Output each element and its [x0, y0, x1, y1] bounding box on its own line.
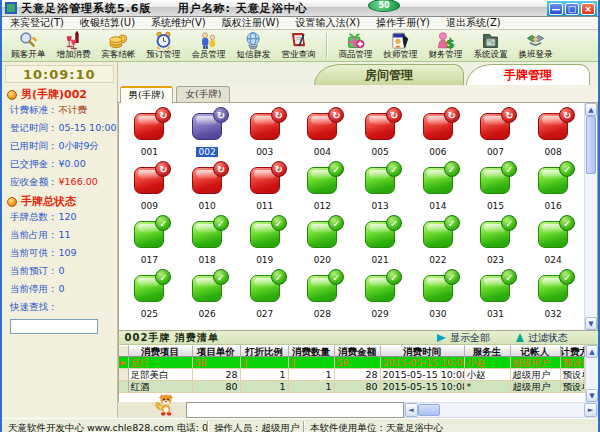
- card-021[interactable]: ✓021: [352, 215, 408, 269]
- free-card-icon: ✓: [538, 275, 568, 302]
- column-header[interactable]: 计费方式: [561, 345, 585, 357]
- scrollbar-thumb[interactable]: [586, 116, 596, 174]
- scroll-up-icon[interactable]: ▲: [585, 103, 597, 116]
- check-badge-icon: ✓: [213, 269, 229, 285]
- card-017[interactable]: ✓017: [121, 215, 177, 269]
- card-number-label: 030: [427, 309, 448, 319]
- card-028[interactable]: ✓028: [294, 269, 350, 323]
- filter-state-button[interactable]: 过滤状态: [516, 331, 568, 345]
- row-indicator-header: [119, 345, 129, 357]
- tab-room-management[interactable]: 房间管理: [314, 64, 464, 85]
- reservation-button[interactable]: 预订管理: [141, 30, 186, 61]
- tab-male-cards[interactable]: 男(手牌): [120, 86, 174, 103]
- close-button[interactable]: ×: [581, 3, 595, 15]
- show-all-button[interactable]: 显示全部: [437, 331, 490, 345]
- column-header[interactable]: 消费项目: [129, 345, 193, 357]
- card-032[interactable]: ✓032: [525, 269, 581, 323]
- card-013[interactable]: ✓013: [352, 161, 408, 215]
- menu-item[interactable]: 操作手册(Y): [368, 16, 438, 30]
- row-indicator-cell: [119, 381, 129, 393]
- card-014[interactable]: ✓014: [410, 161, 466, 215]
- minimize-button[interactable]: —: [549, 3, 563, 15]
- card-number-label: 005: [370, 147, 391, 157]
- card-005[interactable]: ↻005: [352, 107, 408, 161]
- grid-vertical-scrollbar[interactable]: ▲ ▼: [584, 103, 597, 330]
- menu-item[interactable]: 退出系统(Z): [438, 16, 509, 30]
- card-007[interactable]: ↻007: [467, 107, 523, 161]
- scroll-right-icon[interactable]: ►: [584, 403, 597, 417]
- card-029[interactable]: ✓029: [352, 269, 408, 323]
- card-011[interactable]: ↻011: [237, 161, 293, 215]
- card-025[interactable]: ✓025: [121, 269, 177, 323]
- card-030[interactable]: ✓030: [410, 269, 466, 323]
- card-012[interactable]: ✓012: [294, 161, 350, 215]
- menu-item[interactable]: 收银结算(U): [72, 16, 143, 30]
- card-026[interactable]: ✓026: [179, 269, 235, 323]
- field-value: 0: [59, 265, 65, 278]
- member-button[interactable]: 会员管理: [186, 30, 231, 61]
- column-header[interactable]: 项目单价: [193, 345, 241, 357]
- tab-card-management[interactable]: 手牌管理: [466, 64, 590, 85]
- card-015[interactable]: ✓015: [467, 161, 523, 215]
- guest-checkout-button[interactable]: 宾客结帐: [96, 30, 141, 61]
- card-027[interactable]: ✓027: [237, 269, 293, 323]
- card-number-label: 004: [312, 147, 333, 157]
- menu-item[interactable]: 版权注册(W): [214, 16, 288, 30]
- menu-item[interactable]: 设置输入法(X): [287, 16, 368, 30]
- occupied-card-icon: ↻: [134, 167, 164, 194]
- card-009[interactable]: ↻009: [121, 161, 177, 215]
- scrollbar-thumb[interactable]: [418, 404, 440, 416]
- card-008[interactable]: ↻008: [525, 107, 581, 161]
- column-header[interactable]: 记帐人: [511, 345, 561, 357]
- card-022[interactable]: ✓022: [410, 215, 466, 269]
- card-001[interactable]: ↻001: [121, 107, 177, 161]
- table-cell: 超级用户: [511, 369, 561, 381]
- column-header[interactable]: 消费时间: [381, 345, 465, 357]
- add-consumption-button[interactable]: 增加消费: [51, 30, 96, 61]
- scroll-left-icon[interactable]: ◄: [405, 403, 418, 417]
- table-vertical-scrollbar[interactable]: ▲ ▼: [585, 345, 598, 402]
- system-settings-button[interactable]: 系统设置: [468, 30, 513, 61]
- card-number-label: 014: [427, 201, 448, 211]
- shift-login-button[interactable]: 换班登录: [513, 30, 558, 61]
- business-query-button[interactable]: 营业查询: [276, 30, 321, 61]
- column-header[interactable]: 打折比例: [241, 345, 289, 357]
- quick-find-input[interactable]: [10, 319, 98, 334]
- card-info-field: 应收金额：¥166.00: [10, 176, 117, 189]
- menu-item[interactable]: 系统维护(V): [143, 16, 214, 30]
- scroll-down-icon[interactable]: ▼: [585, 317, 597, 330]
- scroll-down-icon[interactable]: ▼: [586, 389, 598, 402]
- table-row[interactable]: 足部美白2811282015-05-15 10:08:57小赵超级用户预设单价: [119, 369, 585, 381]
- scrollbar-track[interactable]: [440, 403, 584, 417]
- technician-button[interactable]: 技师管理: [378, 30, 423, 61]
- card-024[interactable]: ✓024: [525, 215, 581, 269]
- column-header[interactable]: 消费数量: [289, 345, 335, 357]
- card-002[interactable]: ↻002: [179, 107, 235, 161]
- finance-button[interactable]: $财务管理: [423, 30, 468, 61]
- check-badge-icon: ✓: [328, 161, 344, 177]
- scroll-up-icon[interactable]: ▲: [586, 345, 598, 358]
- column-header[interactable]: 消费金额: [335, 345, 381, 357]
- maximize-button[interactable]: □: [565, 3, 579, 15]
- table-row[interactable]: ▶足疗5811582015-05-15 10:08:53小赵超级用户预设单价: [119, 357, 585, 369]
- sms-broadcast-button[interactable]: 短信群发: [231, 30, 276, 61]
- card-006[interactable]: ↻006: [410, 107, 466, 161]
- card-016[interactable]: ✓016: [525, 161, 581, 215]
- timer-badge-icon: ↻: [501, 107, 517, 123]
- card-010[interactable]: ↻010: [179, 161, 235, 215]
- table-row[interactable]: 红酒8011802015-05-15 10:08:59*超级用户预设单价: [119, 381, 585, 393]
- horizontal-scrollbar[interactable]: ◄ ►: [404, 402, 598, 418]
- card-003[interactable]: ↻003: [237, 107, 293, 161]
- goods-button[interactable]: 商品管理: [333, 30, 378, 61]
- column-header[interactable]: 服务生: [465, 345, 511, 357]
- card-023[interactable]: ✓023: [467, 215, 523, 269]
- card-018[interactable]: ✓018: [179, 215, 235, 269]
- customer-billing-button[interactable]: 顾客开单: [6, 30, 51, 61]
- free-card-icon: ✓: [250, 275, 280, 302]
- card-019[interactable]: ✓019: [237, 215, 293, 269]
- card-031[interactable]: ✓031: [467, 269, 523, 323]
- menu-item[interactable]: 来宾登记(T): [2, 16, 72, 30]
- card-004[interactable]: ↻004: [294, 107, 350, 161]
- tab-female-cards[interactable]: 女(手牌): [176, 86, 230, 102]
- card-020[interactable]: ✓020: [294, 215, 350, 269]
